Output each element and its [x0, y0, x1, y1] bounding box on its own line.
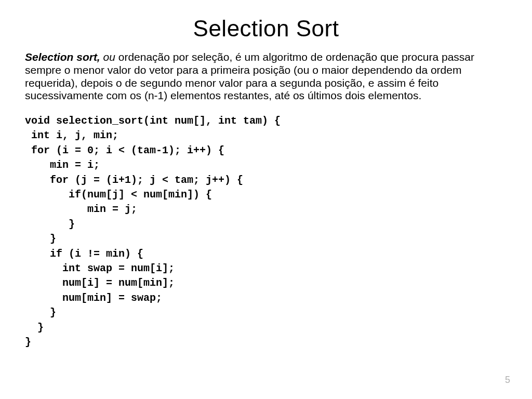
page-number: 5	[505, 375, 510, 385]
slide-container: Selection Sort Selection sort, ou ordena…	[0, 0, 532, 399]
slide-title: Selection Sort	[25, 16, 507, 42]
description-lead-italic: ou	[100, 51, 118, 63]
slide-description: Selection sort, ou ordenação por seleção…	[25, 51, 507, 102]
code-block: void selection_sort(int num[], int tam) …	[25, 114, 507, 350]
description-lead-bold: Selection sort,	[25, 51, 100, 63]
